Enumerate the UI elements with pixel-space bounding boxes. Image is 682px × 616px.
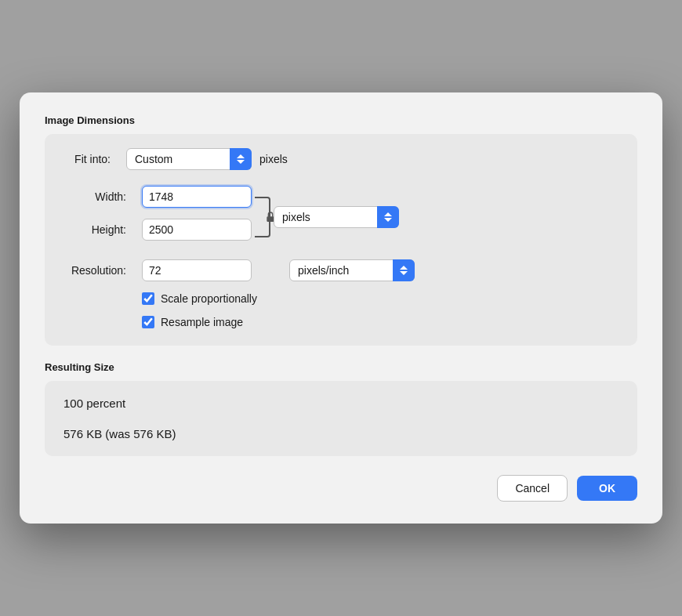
- image-dimensions-dialog: Image Dimensions Fit into: Custom pixels…: [20, 92, 662, 524]
- resolution-row: Resolution: pixels/inch pixels/cm: [63, 259, 619, 281]
- fields-group: Width: Height:: [63, 186, 619, 248]
- height-input[interactable]: [142, 219, 252, 241]
- resolution-label: Resolution:: [63, 264, 134, 277]
- resample-image-checkbox[interactable]: [142, 316, 154, 328]
- height-label: Height:: [63, 223, 134, 236]
- cancel-button[interactable]: Cancel: [497, 475, 568, 502]
- lock-bracket-area: [255, 186, 270, 248]
- labels-col: Width: Height:: [63, 186, 252, 241]
- fit-into-row: Fit into: Custom pixels: [63, 148, 619, 170]
- buttons-row: Cancel OK: [45, 475, 637, 502]
- resulting-size-section: 100 percent 576 KB (was 576 KB): [45, 381, 637, 456]
- height-row: Height:: [63, 219, 252, 241]
- fit-into-select[interactable]: Custom: [126, 148, 252, 170]
- ok-button[interactable]: OK: [577, 476, 637, 501]
- image-dimensions-section-label: Image Dimensions: [45, 114, 637, 126]
- resolution-unit-select-wrapper: pixels/inch pixels/cm: [289, 259, 415, 281]
- resample-image-label: Resample image: [161, 316, 243, 328]
- resulting-size-section-label: Resulting Size: [45, 361, 637, 373]
- scale-proportionally-row: Scale proportionally: [142, 292, 619, 305]
- fit-into-unit-label: pixels: [259, 153, 288, 165]
- result-percent: 100 percent: [63, 395, 619, 411]
- dimensions-unit-select[interactable]: pixels inches cm mm: [274, 206, 399, 228]
- width-row: Width:: [63, 186, 252, 208]
- result-size: 576 KB (was 576 KB): [63, 426, 619, 442]
- dimensions-unit-select-wrapper: pixels inches cm mm: [274, 206, 399, 228]
- fit-into-label: Fit into:: [63, 153, 118, 165]
- scale-proportionally-label: Scale proportionally: [161, 292, 257, 305]
- width-input[interactable]: [142, 186, 252, 208]
- scale-proportionally-checkbox[interactable]: [142, 292, 154, 305]
- dimensions-unit-area: pixels inches cm mm: [274, 186, 399, 248]
- width-label: Width:: [63, 190, 134, 203]
- lock-bracket: [255, 197, 270, 237]
- resolution-input[interactable]: [142, 259, 252, 281]
- image-dimensions-section: Fit into: Custom pixels Width: Height:: [45, 134, 637, 346]
- resample-image-row: Resample image: [142, 316, 619, 328]
- resolution-unit-select[interactable]: pixels/inch pixels/cm: [289, 259, 415, 281]
- fit-into-select-wrapper: Custom: [126, 148, 252, 170]
